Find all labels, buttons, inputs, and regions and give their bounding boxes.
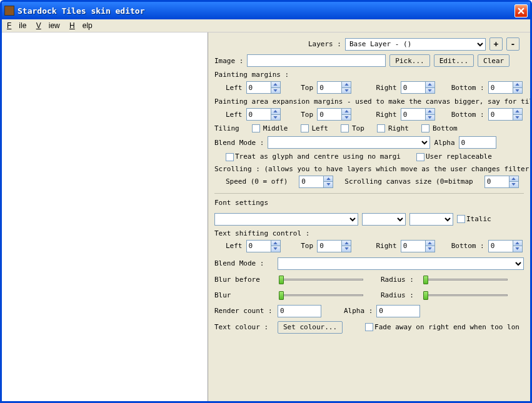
remove-layer-button[interactable]: - bbox=[506, 37, 519, 51]
tiling-top-checkbox[interactable] bbox=[341, 124, 349, 132]
pm-left-label: Left bbox=[226, 84, 243, 92]
close-button[interactable] bbox=[514, 4, 528, 17]
textshift-label: Text shifting control : bbox=[214, 229, 524, 237]
tiling-row: Tiling Middle Left Top Right Bottom bbox=[214, 124, 524, 132]
scrolling-row: Speed (0 = off) Scrolling canvas size (0… bbox=[226, 176, 524, 188]
preview-pane bbox=[2, 32, 208, 401]
blend-label: Blend Mode : bbox=[214, 139, 264, 147]
textcolour-row: Text colour : Set colour... Fade away on… bbox=[214, 321, 524, 334]
glyph-checkbox[interactable] bbox=[226, 153, 234, 161]
blur-row: Blur Radius : bbox=[214, 289, 524, 302]
alpha-label: Alpha bbox=[434, 139, 454, 147]
work-area: Layers : Base Layer - () + - Image : Pic… bbox=[2, 32, 530, 401]
menubar: File View Help bbox=[2, 19, 530, 32]
ex-right-spinner[interactable] bbox=[401, 108, 435, 121]
ex-top-spinner[interactable] bbox=[317, 108, 351, 121]
font-settings-label: Font settings bbox=[214, 199, 524, 207]
italic-checkbox[interactable] bbox=[457, 215, 465, 223]
properties-pane: Layers : Base Layer - () + - Image : Pic… bbox=[208, 32, 530, 401]
blur-before-row: Blur before Radius : bbox=[214, 274, 524, 286]
painting-margins-row: Left Top Right Bottom : bbox=[226, 81, 524, 94]
textcolour-label: Text colour : bbox=[214, 323, 274, 331]
font-family-combo[interactable] bbox=[214, 213, 358, 226]
pm-top-spinner[interactable] bbox=[317, 81, 351, 94]
chevron-up-icon bbox=[271, 82, 280, 87]
tiling-right-checkbox[interactable] bbox=[377, 124, 385, 132]
menu-view[interactable]: View bbox=[36, 21, 60, 30]
render-count-label: Render count : bbox=[214, 307, 274, 315]
image-row: Image : Pick... Edit... Clear bbox=[214, 54, 524, 67]
pm-left-spinner[interactable] bbox=[246, 81, 281, 94]
textshift-row: Left Top Right Bottom : bbox=[226, 240, 524, 252]
expansion-row: Left Top Right Bottom : bbox=[226, 108, 524, 121]
font-row: Italic bbox=[214, 213, 524, 226]
canvas-label: Scrolling canvas size (0=bitmap bbox=[344, 177, 473, 186]
ts-top-spinner[interactable] bbox=[317, 240, 351, 252]
add-layer-button[interactable]: + bbox=[489, 37, 503, 51]
font-size-combo[interactable] bbox=[409, 213, 453, 226]
close-icon bbox=[518, 7, 524, 14]
radius1-label: Radius : bbox=[381, 276, 418, 284]
ts-bottom-spinner[interactable] bbox=[488, 240, 523, 252]
tiling-label: Tiling bbox=[214, 124, 239, 132]
chevron-down-icon bbox=[271, 87, 280, 94]
render-row: Render count : Alpha : bbox=[214, 305, 524, 317]
blur-before-label: Blur before bbox=[214, 276, 274, 284]
render-alpha-label: Alpha : bbox=[344, 307, 373, 315]
image-label: Image : bbox=[214, 57, 243, 65]
radius1-slider[interactable] bbox=[423, 274, 508, 286]
painting-margins-label: Painting margins : bbox=[214, 71, 524, 79]
clear-button[interactable]: Clear bbox=[478, 54, 509, 67]
blend-row: Blend Mode : Alpha bbox=[214, 136, 524, 149]
pick-button[interactable]: Pick... bbox=[389, 54, 429, 67]
divider bbox=[214, 193, 524, 194]
layers-combo[interactable]: Base Layer - () bbox=[345, 38, 486, 51]
ts-right-spinner[interactable] bbox=[401, 240, 435, 252]
canvas-spinner[interactable] bbox=[484, 176, 519, 188]
glyph-row: Treat as glyph and centre using no margi… bbox=[214, 152, 524, 161]
titlebar: Stardock Tiles skin editor bbox=[2, 2, 530, 19]
ex-left-spinner[interactable] bbox=[246, 108, 281, 121]
render-count-input[interactable] bbox=[278, 305, 321, 317]
app-window: Stardock Tiles skin editor File View Hel… bbox=[0, 0, 532, 403]
fade-checkbox[interactable] bbox=[365, 323, 373, 331]
set-colour-button[interactable]: Set colour... bbox=[278, 321, 343, 334]
window-title: Stardock Tiles skin editor bbox=[18, 6, 514, 16]
font-style-combo[interactable] bbox=[362, 213, 406, 226]
blur-slider[interactable] bbox=[279, 289, 363, 302]
speed-label: Speed (0 = off) bbox=[226, 177, 288, 186]
layers-label: Layers : bbox=[308, 40, 341, 48]
menu-help[interactable]: Help bbox=[69, 21, 93, 30]
user-replace-checkbox[interactable] bbox=[416, 153, 424, 161]
pm-right-label: Right bbox=[376, 84, 397, 92]
blend2-label: Blend Mode : bbox=[214, 259, 274, 267]
pm-top-label: Top bbox=[301, 84, 313, 92]
blend2-row: Blend Mode : bbox=[214, 257, 524, 270]
radius2-slider[interactable] bbox=[423, 289, 508, 302]
scrolling-label: Scrolling : (allows you to have layers w… bbox=[214, 165, 524, 173]
expansion-label: Painting area expansion margins - used t… bbox=[214, 97, 524, 106]
blur-label: Blur bbox=[214, 291, 274, 299]
radius2-label: Radius : bbox=[381, 291, 418, 299]
image-path-input[interactable] bbox=[247, 54, 386, 67]
speed-spinner[interactable] bbox=[299, 176, 333, 188]
layers-row: Layers : Base Layer - () + - bbox=[214, 37, 524, 51]
pm-right-spinner[interactable] bbox=[401, 81, 435, 94]
blur-before-slider[interactable] bbox=[279, 274, 363, 286]
tiling-middle-checkbox[interactable] bbox=[252, 124, 260, 132]
tiling-left-checkbox[interactable] bbox=[301, 124, 309, 132]
tiling-bottom-checkbox[interactable] bbox=[421, 124, 429, 132]
pm-bottom-spinner[interactable] bbox=[488, 81, 523, 94]
blend-mode-combo[interactable] bbox=[268, 136, 430, 149]
pm-bottom-label: Bottom : bbox=[451, 84, 484, 92]
menu-file[interactable]: File bbox=[7, 21, 26, 30]
edit-button[interactable]: Edit... bbox=[434, 54, 474, 67]
blend2-combo[interactable] bbox=[278, 257, 524, 270]
render-alpha-input[interactable] bbox=[376, 305, 420, 317]
alpha-input[interactable] bbox=[459, 136, 496, 149]
app-icon bbox=[4, 6, 14, 16]
ex-bottom-spinner[interactable] bbox=[488, 108, 523, 121]
ts-left-spinner[interactable] bbox=[246, 240, 281, 252]
